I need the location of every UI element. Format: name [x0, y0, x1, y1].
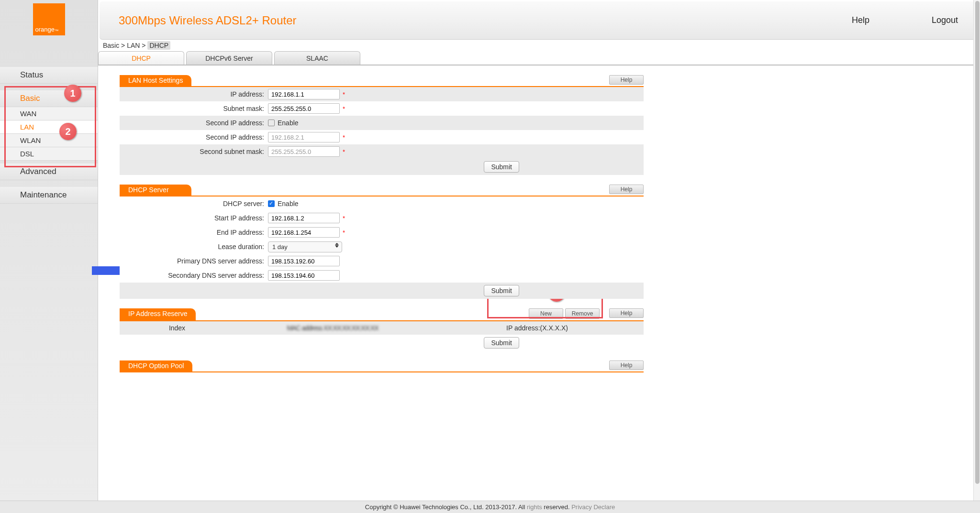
- required-star: *: [343, 91, 345, 98]
- panel-title-dhcp: DHCP Server: [120, 185, 191, 196]
- top-header: 300Mbps Wireless ADSL2+ Router Help Logo…: [100, 1, 977, 40]
- input-primary-dns[interactable]: [268, 256, 340, 266]
- help-button-ip-reserve[interactable]: Help: [609, 308, 644, 318]
- input-end-ip[interactable]: [268, 227, 340, 238]
- col-ip: IP address:(X.X.X.X): [431, 324, 644, 332]
- tab-dhcpv6[interactable]: DHCPv6 Server: [186, 51, 272, 65]
- annotation-circle-2: 2: [59, 123, 77, 140]
- checkbox-dhcp-enable[interactable]: [268, 200, 275, 207]
- second-ip-enable-text: Enable: [278, 119, 299, 127]
- page-title: 300Mbps Wireless ADSL2+ Router: [119, 14, 818, 27]
- content: LAN Host Settings Help IP address: * Sub…: [98, 65, 980, 513]
- breadcrumb-current: DHCP: [147, 41, 170, 50]
- nav-status[interactable]: Status: [0, 67, 98, 84]
- footer-mid: reserved.: [542, 503, 571, 511]
- submit-button-reserve[interactable]: Submit: [484, 337, 519, 349]
- scrollbar-thumb[interactable]: [975, 1, 980, 484]
- panel-option-pool: DHCP Option Pool Help: [120, 360, 644, 372]
- input-second-mask[interactable]: [268, 146, 340, 157]
- label-second-ip: Second IP address:: [120, 133, 268, 141]
- help-button-dhcp[interactable]: Help: [609, 185, 644, 194]
- label-ip-address: IP address:: [120, 90, 268, 98]
- main: 300Mbps Wireless ADSL2+ Router Help Logo…: [98, 0, 980, 513]
- panel-dhcp-server: DHCP Server Help DHCP server: Enable: [120, 185, 644, 299]
- brand-logo: orange™: [33, 3, 65, 35]
- label-secondary-dns: Secondary DNS server address:: [120, 272, 268, 279]
- annotation-box-sidebar: [4, 86, 96, 167]
- required-star: *: [343, 215, 345, 222]
- checkbox-second-ip-enable[interactable]: [268, 120, 275, 126]
- label-end-ip: End IP address:: [120, 229, 268, 236]
- footer-privacy[interactable]: Privacy Declare: [571, 503, 615, 511]
- breadcrumb: Basic > LAN > DHCP: [98, 40, 980, 51]
- breadcrumb-basic[interactable]: Basic: [103, 42, 119, 49]
- dhcp-enable-text: Enable: [278, 200, 299, 207]
- col-index: Index: [120, 324, 234, 332]
- tabs: DHCP DHCPv6 Server SLAAC: [98, 51, 976, 65]
- label-dhcp-server: DHCP server:: [120, 200, 268, 207]
- tab-dhcp[interactable]: DHCP: [98, 51, 184, 65]
- sidebar: orange™ Status Basic WAN LAN WLAN DSL Ad…: [0, 0, 98, 513]
- input-subnet-mask[interactable]: [268, 103, 340, 114]
- header-logout-link[interactable]: Logout: [932, 15, 958, 25]
- input-ip-address[interactable]: [268, 89, 340, 99]
- brand-text: orange: [35, 26, 55, 33]
- panel-title-lan-host: LAN Host Settings: [120, 75, 191, 87]
- col-mac: MAC address XX:XX:XX:XX:XX:XX: [234, 324, 431, 332]
- help-button-option-pool[interactable]: Help: [609, 360, 644, 370]
- logo-box: orange™: [0, 0, 98, 38]
- label-second-ip-enable: Second IP address:: [120, 119, 268, 127]
- footer: Copyright © Huawei Technologies Co., Ltd…: [0, 501, 980, 513]
- nav-maintenance[interactable]: Maintenance: [0, 187, 98, 204]
- input-secondary-dns[interactable]: [268, 270, 340, 281]
- panel-lan-host: LAN Host Settings Help IP address: * Sub…: [120, 75, 644, 175]
- required-star: *: [343, 148, 345, 155]
- required-star: *: [343, 105, 345, 112]
- scrollbar[interactable]: [973, 0, 980, 513]
- label-lease: Lease duration:: [120, 243, 268, 251]
- panel-title-option-pool: DHCP Option Pool: [120, 360, 192, 372]
- input-second-ip[interactable]: [268, 132, 340, 142]
- annotation-circle-1: 1: [64, 85, 81, 102]
- footer-rights[interactable]: rights: [527, 503, 542, 511]
- panel-title-ip-reserve: IP Address Reserve: [120, 308, 196, 321]
- submit-button-dhcp[interactable]: Submit: [484, 285, 519, 296]
- footer-prefix: Copyright © Huawei Technologies Co., Ltd…: [365, 503, 527, 511]
- tab-slaac[interactable]: SLAAC: [274, 51, 360, 65]
- label-start-ip: Start IP address:: [120, 214, 268, 222]
- label-second-mask: Second subnet mask:: [120, 148, 268, 155]
- label-subnet-mask: Subnet mask:: [120, 105, 268, 112]
- required-star: *: [343, 229, 345, 236]
- required-star: *: [343, 134, 345, 141]
- submit-button-lan-host[interactable]: Submit: [484, 161, 519, 173]
- input-start-ip[interactable]: [268, 213, 340, 223]
- label-primary-dns: Primary DNS server address:: [120, 257, 268, 265]
- header-help-link[interactable]: Help: [852, 15, 869, 25]
- select-lease-duration[interactable]: 1 day: [268, 241, 342, 252]
- breadcrumb-lan[interactable]: LAN: [127, 42, 140, 49]
- help-button-lan-host[interactable]: Help: [609, 75, 644, 85]
